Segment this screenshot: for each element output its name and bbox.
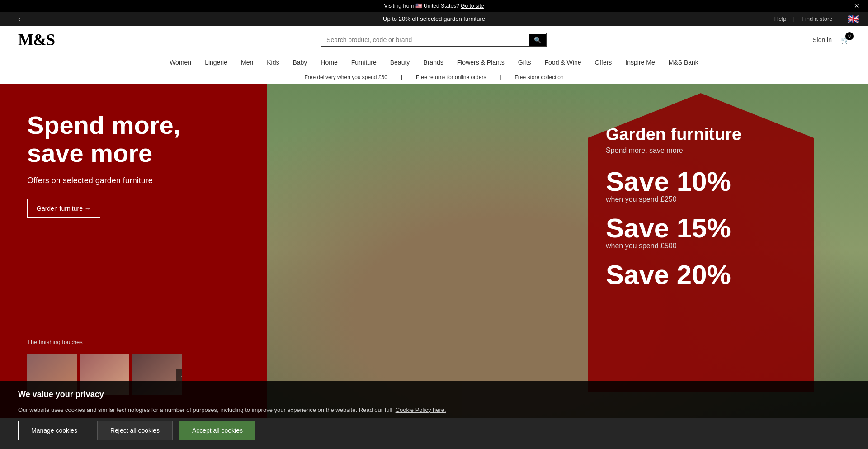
find-store-link[interactable]: Find a store xyxy=(802,15,833,22)
reject-all-cookies-button[interactable]: Reject all cookies xyxy=(97,421,173,440)
info-collection: Free store collection xyxy=(515,74,564,80)
visiting-message: Visiting from 🇺🇸 United States? xyxy=(384,3,459,9)
top-bar-close[interactable]: × xyxy=(854,1,859,11)
search-bar: 🔍 xyxy=(321,33,547,47)
cookie-actions: Manage cookies Reject all cookies Accept… xyxy=(18,421,850,440)
nav-item-home[interactable]: Home xyxy=(321,59,337,66)
save-2-when: when you spend £500 xyxy=(606,242,796,250)
thumbnail-next-arrow[interactable]: › xyxy=(176,369,182,381)
save-1-when: when you spend £250 xyxy=(606,195,796,203)
hero-section: Spend more, save more Offers on selected… xyxy=(0,84,868,418)
divider2: | xyxy=(840,15,841,22)
search-input[interactable] xyxy=(326,36,529,43)
nav-item-beauty[interactable]: Beauty xyxy=(390,59,410,66)
promo-right-links: Help | Find a store | 🇬🇧 xyxy=(774,14,859,24)
nav-item-furniture[interactable]: Furniture xyxy=(351,59,377,66)
nav-item-women[interactable]: Women xyxy=(170,59,191,66)
nav-item-gifts[interactable]: Gifts xyxy=(518,59,531,66)
hero-title: Spend more, save more xyxy=(27,111,240,167)
cookie-banner: We value your privacy Our website uses c… xyxy=(0,381,868,449)
nav-item-baby[interactable]: Baby xyxy=(292,59,307,66)
nav-item-kids[interactable]: Kids xyxy=(267,59,279,66)
sign-in-link[interactable]: Sign in xyxy=(812,36,832,43)
cookie-banner-body: Our website uses cookies and similar tec… xyxy=(18,406,850,415)
help-link[interactable]: Help xyxy=(774,15,787,22)
info-bar: Free delivery when you spend £60 | Free … xyxy=(0,71,868,84)
overlay-subtitle: Spend more, save more xyxy=(606,147,796,155)
accept-all-cookies-button[interactable]: Accept all cookies xyxy=(179,421,255,440)
search-icon: 🔍 xyxy=(534,37,542,43)
nav-item-lingerie[interactable]: Lingerie xyxy=(205,59,227,66)
header: M&S 🔍 Sign in 🛒 0 xyxy=(0,26,868,54)
manage-cookies-button[interactable]: Manage cookies xyxy=(18,421,90,440)
go-to-site-link[interactable]: Go to site xyxy=(461,3,484,9)
nav-item-men[interactable]: Men xyxy=(241,59,253,66)
cookie-policy-link[interactable]: Cookie Policy here. xyxy=(396,406,446,413)
cookie-banner-title: We value your privacy xyxy=(18,390,850,399)
hero-cta-button[interactable]: Garden furniture → xyxy=(27,199,100,218)
search-button[interactable]: 🔍 xyxy=(529,34,546,46)
promo-bar: ‹ Up to 20% off selected garden furnitur… xyxy=(0,12,868,26)
finishing-touches-label: The finishing touches xyxy=(27,339,83,345)
overlay-title: Garden furniture xyxy=(606,125,796,144)
nav-item-inspire[interactable]: Inspire Me xyxy=(625,59,655,66)
nav-item-bank[interactable]: M&S Bank xyxy=(669,59,698,66)
flag-icon[interactable]: 🇬🇧 xyxy=(848,14,859,24)
nav-item-brands[interactable]: Brands xyxy=(423,59,443,66)
divider: | xyxy=(793,15,795,22)
hero-overlay-panel: Garden furniture Spend more, save more S… xyxy=(588,93,814,392)
save-2-label: Save 15% xyxy=(606,215,796,242)
hero-subtitle: Offers on selected garden furniture xyxy=(27,176,240,185)
promo-prev-arrow[interactable]: ‹ xyxy=(18,15,20,23)
info-returns: Free returns for online orders xyxy=(416,74,486,80)
header-right: Sign in 🛒 0 xyxy=(812,36,850,44)
cart-wrapper[interactable]: 🛒 0 xyxy=(841,36,850,44)
logo[interactable]: M&S xyxy=(18,30,55,49)
nav-item-food[interactable]: Food & Wine xyxy=(545,59,581,66)
info-separator1: | xyxy=(401,74,402,80)
nav-item-offers[interactable]: Offers xyxy=(594,59,612,66)
nav-item-flowers[interactable]: Flowers & Plants xyxy=(457,59,505,66)
main-nav: Women Lingerie Men Kids Baby Home Furnit… xyxy=(0,54,868,71)
sign-in-label: Sign in xyxy=(812,36,832,43)
info-delivery: Free delivery when you spend £60 xyxy=(304,74,387,80)
info-separator2: | xyxy=(500,74,501,80)
promo-text: Up to 20% off selected garden furniture xyxy=(383,15,485,22)
save-1-label: Save 10% xyxy=(606,168,796,195)
top-bar: Visiting from 🇺🇸 United States? Go to si… xyxy=(0,0,868,12)
hero-left-panel: Spend more, save more Offers on selected… xyxy=(0,84,267,418)
cart-badge: 0 xyxy=(845,32,854,40)
save-3-partial: Save 20% xyxy=(606,261,796,288)
hero-background: Garden furniture Spend more, save more S… xyxy=(267,84,868,418)
